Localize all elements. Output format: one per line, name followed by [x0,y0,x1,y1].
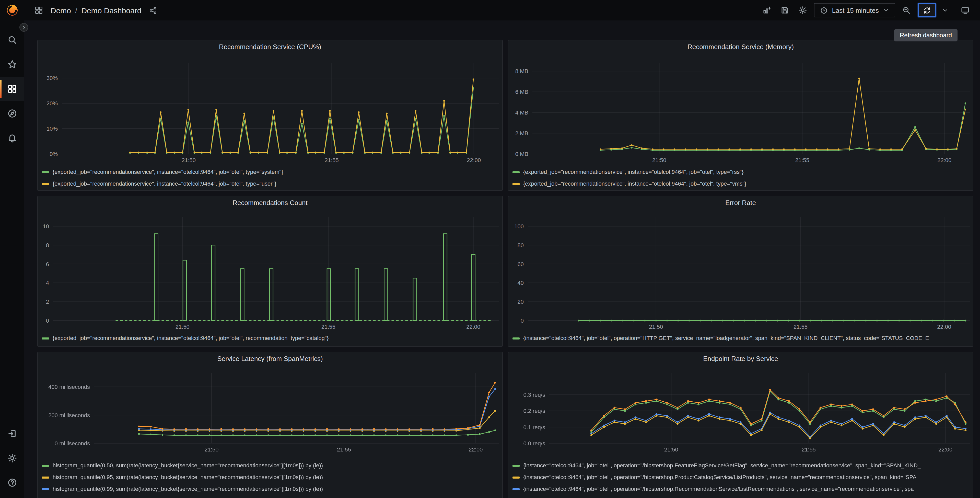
legend-swatch [512,337,520,339]
sidebar-item-explore[interactable] [0,101,24,126]
svg-text:20: 20 [518,298,524,305]
legend-label: histogram_quantile(0.999, sum(rate(laten… [52,497,326,498]
svg-text:40: 40 [518,280,524,286]
zoom-out-icon [902,6,910,14]
svg-text:8: 8 [46,242,49,249]
legend-item[interactable]: histogram_quantile(0.95, sum(rate(latenc… [42,474,499,481]
legend-item[interactable]: {instance="otelcol:9464", job="otel", op… [512,497,970,498]
legend-swatch [42,183,49,185]
svg-text:22:00: 22:00 [939,446,952,453]
add-panel-icon [763,6,771,14]
refresh-sync-icon [923,6,931,14]
share-button[interactable] [146,3,160,17]
breadcrumb-page[interactable]: Demo Dashboard [81,6,141,14]
legend-item[interactable]: {exported_job="recommendationservice", i… [42,334,499,342]
sidebar-item-starred[interactable] [0,52,24,77]
svg-text:2 MB: 2 MB [515,130,528,137]
legend-label: {instance="otelcol:9464", job="otel", op… [523,474,916,481]
sidebar-item-search[interactable] [0,28,24,52]
svg-text:6: 6 [46,261,49,267]
legend: {exported_job="recommendationservice", i… [42,168,499,188]
svg-text:22:00: 22:00 [466,324,480,330]
question-circle-icon [7,478,17,487]
breadcrumb-separator: / [75,6,77,14]
legend-label: {exported_job="recommendationservice", i… [523,168,743,176]
sidebar-item-alerting[interactable] [0,126,24,150]
legend-swatch [42,476,49,478]
svg-text:21:50: 21:50 [204,446,218,453]
legend: {instance="otelcol:9464", job="otel", op… [512,334,970,342]
legend-swatch [512,476,520,478]
panel-recommendations-count: Recommendations Count 21:5021:5522:00024… [37,196,503,346]
legend-item[interactable]: {exported_job="recommendationservice", i… [512,180,970,188]
legend-swatch [42,337,49,339]
compass-icon [7,109,17,118]
svg-text:21:50: 21:50 [649,324,663,330]
chevron-right-icon [21,25,26,30]
grafana-logo[interactable] [0,0,24,21]
sidebar-item-help[interactable] [0,470,24,495]
legend: {instance="otelcol:9464", job="otel", op… [512,462,970,498]
svg-text:30%: 30% [46,75,58,81]
apps-grid-button[interactable] [32,3,46,17]
grafana-logo-icon [5,3,19,17]
legend-label: {exported_job="recommendationservice", i… [52,334,329,342]
svg-text:21:55: 21:55 [802,446,816,453]
sidebar-item-sign-in[interactable] [0,421,24,446]
chevron-down-icon [942,7,948,13]
panel-recommendation-memory: Recommendation Service (Memory) 21:5021:… [508,40,974,191]
zoom-out-button[interactable] [900,3,913,17]
legend-label: {instance="otelcol:9464", job="otel", op… [523,462,921,469]
refresh-interval-dropdown[interactable] [941,3,950,17]
time-range-picker[interactable]: Last 15 minutes [814,3,895,18]
panel-recommendation-cpu: Recommendation Service (CPU%) 21:5021:55… [37,40,503,191]
svg-text:22:00: 22:00 [937,324,951,330]
share-alt-icon [150,6,157,14]
add-panel-button[interactable] [760,3,773,17]
breadcrumb-folder[interactable]: Demo [51,6,71,14]
tv-monitor-icon [961,6,969,14]
save-dashboard-button[interactable] [778,3,791,17]
refresh-button[interactable] [918,3,936,18]
panel-endpoint-rate: Endpoint Rate by Service 21:5021:5522:00… [508,352,974,498]
clock-icon [820,6,828,14]
sidebar-expand-button[interactable] [19,23,28,32]
legend-item[interactable]: {instance="otelcol:9464", job="otel", op… [512,334,970,342]
legend-item[interactable]: histogram_quantile(0.99, sum(rate(latenc… [42,485,499,493]
legend-label: {instance="otelcol:9464", job="otel", op… [523,485,914,493]
legend-swatch [42,488,49,490]
sign-in-icon [7,429,17,438]
sidebar-item-dashboards[interactable] [0,77,24,101]
svg-text:21:55: 21:55 [321,324,336,330]
legend-label: histogram_quantile(0.95, sum(rate(latenc… [52,474,323,481]
recommendations-count-chart[interactable]: 21:5021:5522:000246810 [38,196,503,346]
legend-item[interactable]: {exported_job="recommendationservice", i… [512,168,970,176]
svg-text:0.3 req/s: 0.3 req/s [523,392,545,398]
svg-text:60: 60 [518,261,524,267]
svg-text:21:55: 21:55 [795,157,809,163]
legend-item[interactable]: {exported_job="recommendationservice", i… [42,180,499,188]
legend-label: {exported_job="recommendationservice", i… [523,180,746,188]
legend-item[interactable]: {exported_job="recommendationservice", i… [42,168,499,176]
svg-text:22:00: 22:00 [467,157,481,163]
error-rate-chart[interactable]: 21:5021:5522:00020406080100 [508,196,974,346]
svg-text:21:55: 21:55 [325,157,339,163]
save-icon [781,6,789,14]
svg-text:22:00: 22:00 [469,446,483,453]
dashboard-settings-button[interactable] [796,3,809,17]
legend-item[interactable]: histogram_quantile(0.50, sum(rate(latenc… [42,462,499,469]
sidebar-bottom-nav [0,421,24,495]
legend-item[interactable]: {instance="otelcol:9464", job="otel", op… [512,474,970,481]
cycle-view-mode-button[interactable] [959,3,972,17]
search-icon [7,35,17,45]
svg-text:21:50: 21:50 [181,157,196,163]
refresh-tooltip: Refresh dashboard [894,29,958,42]
legend-item[interactable]: {instance="otelcol:9464", job="otel", op… [512,462,970,469]
legend-label: {instance="otelcol:9464", job="otel", op… [523,334,929,342]
sidebar-item-configuration[interactable] [0,446,24,470]
svg-text:20%: 20% [46,100,58,107]
legend-item[interactable]: {instance="otelcol:9464", job="otel", op… [512,485,970,493]
svg-text:6 MB: 6 MB [515,89,528,95]
legend-item[interactable]: histogram_quantile(0.999, sum(rate(laten… [42,497,499,498]
legend-swatch [512,171,520,173]
